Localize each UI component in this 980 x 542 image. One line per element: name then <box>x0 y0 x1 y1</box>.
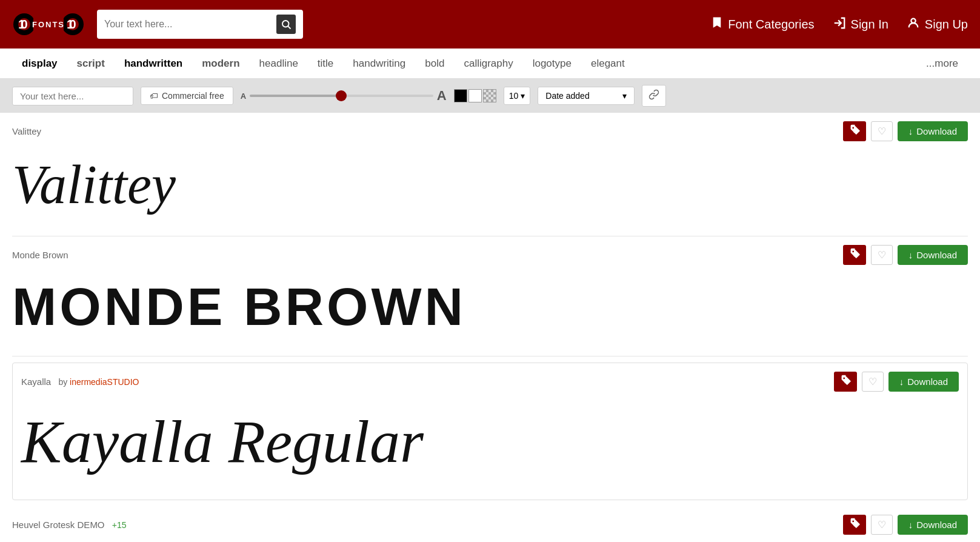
svg-point-11 <box>282 21 289 27</box>
chevron-down-icon: ▾ <box>521 91 525 101</box>
download-arrow-icon-heuvel: ↓ <box>908 520 913 530</box>
svg-text:$: $ <box>853 253 856 258</box>
sort-select[interactable]: Date added ▾ <box>538 87 635 105</box>
heart-icon: ♡ <box>878 126 886 136</box>
cat-handwritten[interactable]: handwritten <box>115 49 192 78</box>
search-input[interactable] <box>104 19 272 30</box>
text-preview-input[interactable] <box>12 87 133 105</box>
font-list: Valittey $ ♡ ↓ Download <box>0 113 980 542</box>
price-tag-icon-heuvel: $ <box>848 517 861 532</box>
font-categories-label: Font Categories <box>728 18 814 32</box>
favorite-button-kayalla[interactable]: ♡ <box>862 372 884 392</box>
sign-up-link[interactable]: Sign Up <box>907 16 968 33</box>
font-author-link-kayalla[interactable]: inermediaSTUDIO <box>70 377 139 387</box>
download-arrow-icon: ↓ <box>908 126 913 136</box>
search-bar <box>97 10 303 39</box>
cat-handwriting[interactable]: handwriting <box>343 49 415 78</box>
font-size-slider[interactable] <box>250 95 433 97</box>
font-actions-valittey: $ ♡ ↓ Download <box>843 121 968 141</box>
font-preview-monde: MONDE BROWN <box>12 270 968 344</box>
size-label-small: A <box>241 92 246 101</box>
heart-icon-heuvel: ♡ <box>878 520 886 530</box>
cat-more[interactable]: ...more <box>916 58 968 70</box>
category-nav: display script handwritten modern headli… <box>0 49 980 79</box>
price-tag-heuvel[interactable]: $ <box>843 515 866 535</box>
cat-script[interactable]: script <box>67 49 115 78</box>
cat-modern[interactable]: modern <box>192 49 249 78</box>
download-arrow-icon-monde: ↓ <box>908 250 913 260</box>
svg-text:0: 0 <box>69 18 76 31</box>
font-name-heuvel: Heuvel Grotesk DEMO +15 <box>12 520 126 530</box>
header-nav: Font Categories Sign In Sign Up <box>711 16 968 33</box>
color-picker[interactable] <box>454 89 496 102</box>
color-white[interactable] <box>468 89 482 102</box>
sort-chevron-icon: ▾ <box>622 91 627 101</box>
svg-text:$: $ <box>853 129 856 134</box>
font-entry-monde: Monde Brown $ ♡ ↓ Download <box>12 236 968 356</box>
cat-title[interactable]: title <box>308 49 343 78</box>
font-actions-heuvel: $ ♡ ↓ Download <box>843 515 968 535</box>
heart-icon-kayalla: ♡ <box>868 376 877 387</box>
font-entry-header-kayalla: Kayalla by inermediaSTUDIO $ <box>21 372 959 392</box>
favorite-button-heuvel[interactable]: ♡ <box>871 515 893 535</box>
font-name-monde: Monde Brown <box>12 250 68 260</box>
download-button-kayalla[interactable]: ↓ Download <box>888 372 959 392</box>
bookmark-icon <box>711 16 723 33</box>
cat-display[interactable]: display <box>12 49 67 78</box>
filter-bar: 🏷 Commercial free A A 10 ▾ Date added ▾ <box>0 79 980 113</box>
font-author-kayalla: by inermediaSTUDIO <box>58 377 139 387</box>
svg-text:$: $ <box>853 523 856 527</box>
size-slider-wrap: A A <box>241 88 447 104</box>
search-button[interactable] <box>276 15 296 34</box>
font-entry-valittey: Valittey $ ♡ ↓ Download <box>12 113 968 236</box>
cat-calligraphy[interactable]: calligraphy <box>454 49 522 78</box>
site-logo[interactable]: 1 1 FONTS 0 0 <box>12 3 85 45</box>
price-tag-icon: $ <box>848 124 861 139</box>
price-tag-monde[interactable]: $ <box>843 245 866 265</box>
link-button[interactable] <box>642 85 666 107</box>
font-preview-kayalla: Kayalla Regular <box>21 396 959 487</box>
font-entry-header-heuvel: Heuvel Grotesk DEMO +15 $ ♡ <box>12 515 968 535</box>
cat-headline[interactable]: headline <box>250 49 308 78</box>
cat-elegant[interactable]: elegant <box>581 49 635 78</box>
color-checker[interactable] <box>483 89 496 102</box>
svg-text:$: $ <box>844 380 847 384</box>
font-entry-heuvel: Heuvel Grotesk DEMO +15 $ ♡ <box>12 506 968 542</box>
site-header: 1 1 FONTS 0 0 Font Categories <box>0 0 980 49</box>
price-tag-icon-kayalla: $ <box>839 374 852 389</box>
commercial-free-button[interactable]: 🏷 Commercial free <box>141 87 233 105</box>
favorite-button-valittey[interactable]: ♡ <box>871 121 893 141</box>
font-entry-header-monde: Monde Brown $ ♡ ↓ Download <box>12 245 968 265</box>
font-actions-monde: $ ♡ ↓ Download <box>843 245 968 265</box>
font-extra-heuvel: +15 <box>112 520 127 530</box>
download-arrow-icon-kayalla: ↓ <box>899 376 904 387</box>
font-name-kayalla: Kayalla by inermediaSTUDIO <box>21 376 139 387</box>
tag-icon: 🏷 <box>150 91 158 101</box>
font-actions-kayalla: $ ♡ ↓ Download <box>834 372 959 392</box>
svg-text:FONTS: FONTS <box>32 20 65 29</box>
sign-up-label: Sign Up <box>925 18 968 32</box>
download-button-valittey[interactable]: ↓ Download <box>898 121 968 141</box>
color-black[interactable] <box>454 89 467 102</box>
svg-line-12 <box>288 26 290 28</box>
svg-text:0: 0 <box>21 18 27 31</box>
cat-logotype[interactable]: logotype <box>523 49 581 78</box>
font-entry-kayalla: Kayalla by inermediaSTUDIO $ <box>12 363 968 500</box>
size-label-large: A <box>437 88 447 104</box>
signin-icon <box>833 16 846 33</box>
font-categories-link[interactable]: Font Categories <box>711 16 814 33</box>
heart-icon-monde: ♡ <box>878 250 886 260</box>
price-tag-valittey[interactable]: $ <box>843 121 866 141</box>
sign-in-link[interactable]: Sign In <box>833 16 888 33</box>
favorite-button-monde[interactable]: ♡ <box>871 245 893 265</box>
font-name-valittey: Valittey <box>12 126 41 136</box>
download-button-monde[interactable]: ↓ Download <box>898 245 968 265</box>
sign-in-label: Sign In <box>851 18 888 32</box>
font-count-select[interactable]: 10 ▾ <box>504 87 531 105</box>
user-icon <box>907 16 920 33</box>
font-preview-valittey: Valittey <box>12 146 968 224</box>
font-entry-header: Valittey $ ♡ ↓ Download <box>12 121 968 141</box>
cat-bold[interactable]: bold <box>415 49 454 78</box>
download-button-heuvel[interactable]: ↓ Download <box>898 515 968 535</box>
price-tag-kayalla[interactable]: $ <box>834 372 857 392</box>
